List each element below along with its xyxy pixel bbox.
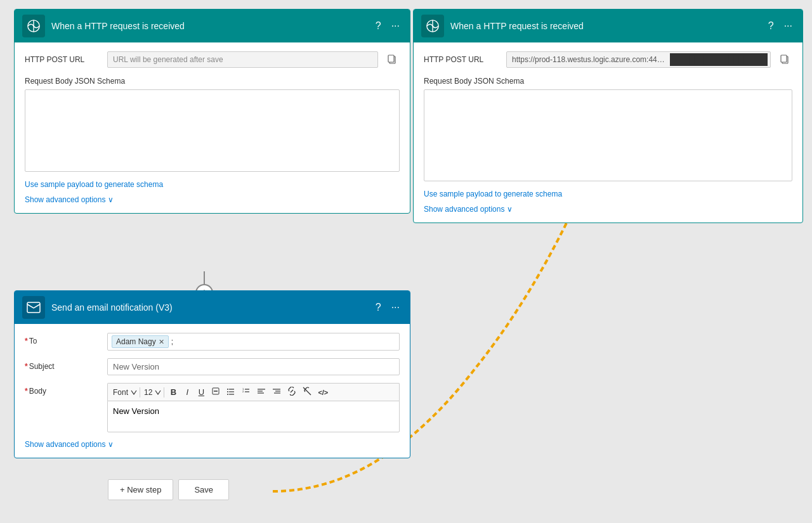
request-body-label: Request Body JSON Schema bbox=[25, 77, 125, 86]
bottom-action-bar: + New step Save bbox=[108, 479, 229, 500]
unlink-button[interactable] bbox=[300, 385, 314, 399]
request-body-row: Request Body JSON Schema bbox=[25, 77, 400, 172]
to-label: *To bbox=[25, 333, 101, 345]
right-http-card: When a HTTP request is received ? ··· HT… bbox=[413, 9, 803, 223]
right-sample-payload-link[interactable]: Use sample payload to generate schema bbox=[424, 190, 562, 198]
email-help-button[interactable]: ? bbox=[373, 300, 384, 314]
email-card-title: Send an email notification (V3) bbox=[51, 302, 367, 313]
font-size-chevron bbox=[155, 390, 161, 395]
svg-point-9 bbox=[227, 391, 228, 392]
body-content: New Version bbox=[113, 406, 159, 416]
right-http-help-button[interactable]: ? bbox=[766, 19, 776, 33]
email-card-actions: ? ··· bbox=[373, 300, 402, 314]
bullet-list-button[interactable] bbox=[224, 385, 238, 399]
font-size-value: 12 bbox=[143, 388, 154, 397]
new-step-button[interactable]: + New step bbox=[108, 479, 173, 500]
email-card-header: Send an email notification (V3) ? ··· bbox=[15, 291, 410, 324]
request-body-textarea[interactable] bbox=[25, 89, 400, 172]
email-card-body: *To Adam Nagy ✕ ; *Subject *Body bbox=[15, 324, 410, 458]
bold-button[interactable]: B bbox=[167, 386, 180, 398]
svg-rect-4 bbox=[27, 302, 40, 313]
italic-button[interactable]: I bbox=[181, 386, 193, 398]
left-http-card-body: HTTP POST URL URL will be generated afte… bbox=[15, 42, 410, 213]
right-copy-url-button[interactable] bbox=[777, 51, 792, 69]
left-http-card-actions: ? ··· bbox=[373, 19, 402, 33]
right-show-advanced: Show advanced options ∨ bbox=[424, 205, 792, 214]
numbered-list-button[interactable]: 1.2. bbox=[239, 385, 253, 399]
to-tag-adam-nagy: Adam Nagy ✕ bbox=[112, 335, 169, 348]
http-post-url-row: HTTP POST URL URL will be generated afte… bbox=[25, 51, 400, 69]
left-http-help-button[interactable]: ? bbox=[373, 19, 384, 33]
right-http-card-title: When a HTTP request is received bbox=[450, 21, 759, 31]
right-url-field-container: https://prod-118.westus.logic.azure.com:… bbox=[506, 51, 771, 68]
to-input-container[interactable]: Adam Nagy ✕ ; bbox=[107, 333, 400, 351]
svg-rect-26 bbox=[781, 55, 787, 62]
svg-text:2.: 2. bbox=[242, 390, 244, 393]
html-button[interactable]: </> bbox=[315, 387, 331, 397]
right-url-text: https://prod-118.westus.logic.azure.com:… bbox=[507, 52, 670, 67]
sample-payload-link[interactable]: Use sample payload to generate schema bbox=[25, 180, 163, 189]
left-http-card-title: When a HTTP request is received bbox=[51, 21, 367, 31]
body-required-star: * bbox=[25, 387, 28, 396]
http-post-url-field: URL will be generated after save bbox=[107, 51, 378, 68]
to-field-row: *To Adam Nagy ✕ ; bbox=[25, 333, 400, 351]
to-tag-label: Adam Nagy bbox=[116, 337, 156, 346]
show-advanced-chevron: ∨ bbox=[108, 195, 114, 204]
body-editor-container: Font Font 12 B I U bbox=[107, 383, 400, 432]
left-show-advanced: Show advanced options ∨ bbox=[25, 195, 400, 204]
http-post-url-placeholder: URL will be generated after save bbox=[108, 52, 377, 67]
font-label-text: Font bbox=[112, 388, 129, 397]
right-http-card-actions: ? ··· bbox=[766, 19, 795, 33]
connector-line-top bbox=[204, 271, 205, 284]
email-more-button[interactable]: ··· bbox=[389, 300, 402, 314]
link-button[interactable] bbox=[285, 385, 299, 399]
right-url-masked: ████████████ bbox=[670, 53, 768, 66]
body-toolbar: Font Font 12 B I U bbox=[107, 383, 400, 401]
body-field-row: *Body Font Font 12 B I U bbox=[25, 383, 400, 432]
to-field-semicolon: ; bbox=[171, 337, 173, 346]
to-required-star: * bbox=[25, 337, 28, 345]
right-http-more-button[interactable]: ··· bbox=[782, 19, 795, 33]
email-icon bbox=[22, 296, 45, 319]
right-request-body-label: Request Body JSON Schema bbox=[424, 77, 524, 86]
subject-field-row: *Subject bbox=[25, 358, 400, 375]
email-show-advanced-chevron: ∨ bbox=[108, 440, 114, 449]
body-editor[interactable]: New Version bbox=[107, 401, 400, 432]
subject-required-star: * bbox=[25, 362, 28, 371]
email-card: Send an email notification (V3) ? ··· *T… bbox=[14, 290, 410, 458]
highlight-button[interactable] bbox=[209, 385, 223, 399]
right-http-post-url-row: HTTP POST URL https://prod-118.westus.lo… bbox=[424, 51, 792, 69]
align-left-button[interactable] bbox=[254, 385, 268, 399]
left-http-card: When a HTTP request is received ? ··· HT… bbox=[14, 9, 410, 214]
toolbar-separator-2 bbox=[164, 387, 164, 397]
svg-rect-3 bbox=[388, 55, 394, 62]
subject-input[interactable] bbox=[107, 358, 400, 375]
email-show-advanced-button[interactable]: Show advanced options bbox=[25, 440, 105, 449]
right-http-post-url-label: HTTP POST URL bbox=[424, 51, 500, 64]
left-http-more-button[interactable]: ··· bbox=[389, 19, 402, 33]
http-post-url-label: HTTP POST URL bbox=[25, 51, 101, 64]
email-show-advanced: Show advanced options ∨ bbox=[25, 440, 400, 449]
show-advanced-button[interactable]: Show advanced options bbox=[25, 195, 105, 204]
subject-label: *Subject bbox=[25, 358, 101, 371]
underline-button[interactable]: U bbox=[195, 386, 207, 398]
right-show-advanced-chevron: ∨ bbox=[507, 205, 513, 214]
save-button[interactable]: Save bbox=[178, 479, 229, 500]
right-request-body-textarea[interactable] bbox=[424, 89, 792, 181]
right-http-card-body: HTTP POST URL https://prod-118.westus.lo… bbox=[414, 42, 802, 223]
align-right-button[interactable] bbox=[270, 385, 284, 399]
font-dropdown-chevron bbox=[131, 390, 137, 395]
to-tag-close[interactable]: ✕ bbox=[159, 338, 164, 346]
right-show-advanced-button[interactable]: Show advanced options bbox=[424, 205, 504, 214]
svg-point-7 bbox=[227, 389, 228, 390]
left-http-trigger-icon bbox=[22, 15, 45, 37]
body-label: *Body bbox=[25, 383, 101, 396]
right-http-trigger-icon bbox=[421, 15, 444, 37]
svg-point-11 bbox=[227, 394, 228, 395]
left-http-card-header: When a HTTP request is received ? ··· bbox=[15, 10, 410, 42]
copy-url-button[interactable] bbox=[384, 51, 400, 69]
toolbar-separator-1 bbox=[140, 387, 140, 397]
right-http-card-header: When a HTTP request is received ? ··· bbox=[414, 10, 802, 42]
right-request-body-row: Request Body JSON Schema bbox=[424, 77, 792, 181]
